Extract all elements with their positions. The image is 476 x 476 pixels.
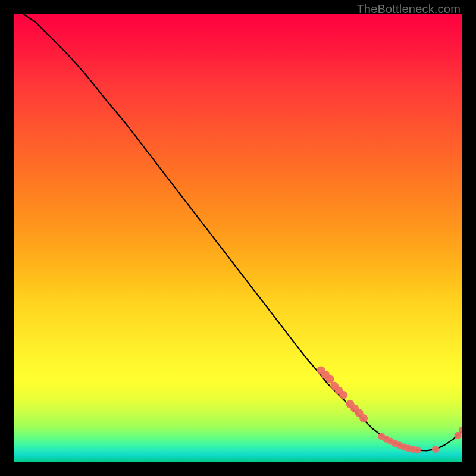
chart-plot-area: [14, 14, 462, 462]
chart-frame: TheBottleneck.com: [0, 0, 476, 476]
watermark-text: TheBottleneck.com: [356, 2, 461, 16]
